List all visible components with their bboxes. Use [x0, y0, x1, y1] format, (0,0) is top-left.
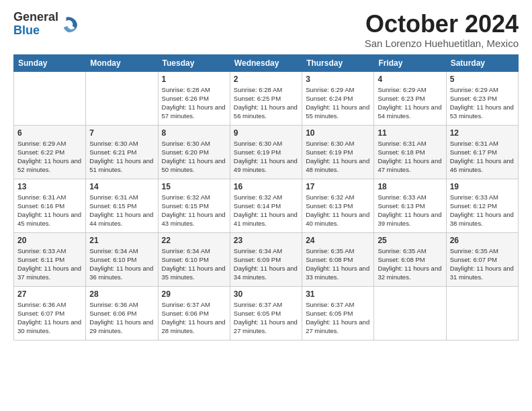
day-number: 16: [234, 182, 298, 191]
day-info: Sunrise: 6:32 AM Sunset: 6:14 PM Dayligh…: [234, 193, 298, 228]
calendar-cell: 23Sunrise: 6:34 AM Sunset: 6:09 PM Dayli…: [230, 232, 302, 286]
calendar-cell: 30Sunrise: 6:37 AM Sunset: 6:05 PM Dayli…: [230, 286, 302, 340]
day-number: 14: [89, 182, 154, 191]
day-info: Sunrise: 6:32 AM Sunset: 6:15 PM Dayligh…: [162, 193, 226, 228]
day-info: Sunrise: 6:29 AM Sunset: 6:22 PM Dayligh…: [17, 139, 82, 175]
day-info: Sunrise: 6:35 AM Sunset: 6:08 PM Dayligh…: [378, 246, 442, 282]
calendar-cell: 9Sunrise: 6:30 AM Sunset: 6:19 PM Daylig…: [230, 125, 302, 179]
day-info: Sunrise: 6:31 AM Sunset: 6:15 PM Dayligh…: [89, 193, 154, 228]
day-info: Sunrise: 6:29 AM Sunset: 6:23 PM Dayligh…: [450, 85, 515, 121]
logo-text: General Blue: [13, 11, 58, 38]
calendar-cell: 14Sunrise: 6:31 AM Sunset: 6:15 PM Dayli…: [86, 179, 158, 232]
page-container: General Blue October 2024 San Lorenzo Hu…: [0, 0, 532, 347]
day-info: Sunrise: 6:34 AM Sunset: 6:09 PM Dayligh…: [234, 246, 298, 282]
header-tuesday: Tuesday: [158, 54, 230, 71]
calendar-week-4: 20Sunrise: 6:33 AM Sunset: 6:11 PM Dayli…: [14, 232, 519, 286]
day-info: Sunrise: 6:34 AM Sunset: 6:10 PM Dayligh…: [89, 246, 154, 282]
day-info: Sunrise: 6:33 AM Sunset: 6:13 PM Dayligh…: [378, 193, 442, 228]
day-info: Sunrise: 6:28 AM Sunset: 6:26 PM Dayligh…: [162, 85, 226, 121]
calendar-week-1: 1Sunrise: 6:28 AM Sunset: 6:26 PM Daylig…: [14, 71, 519, 125]
calendar-week-5: 27Sunrise: 6:36 AM Sunset: 6:07 PM Dayli…: [14, 286, 519, 340]
day-info: Sunrise: 6:35 AM Sunset: 6:07 PM Dayligh…: [450, 246, 515, 282]
calendar-header: Sunday Monday Tuesday Wednesday Thursday…: [14, 54, 519, 71]
title-block: October 2024 San Lorenzo Huehuetitlan, M…: [365, 11, 519, 49]
calendar-cell: [14, 71, 86, 125]
header-saturday: Saturday: [446, 54, 518, 71]
calendar-cell: 20Sunrise: 6:33 AM Sunset: 6:11 PM Dayli…: [14, 232, 86, 286]
day-info: Sunrise: 6:36 AM Sunset: 6:06 PM Dayligh…: [89, 300, 154, 336]
month-title: October 2024: [365, 11, 519, 38]
day-info: Sunrise: 6:37 AM Sunset: 6:05 PM Dayligh…: [234, 300, 298, 336]
day-info: Sunrise: 6:34 AM Sunset: 6:10 PM Dayligh…: [162, 246, 226, 282]
calendar-cell: 10Sunrise: 6:30 AM Sunset: 6:19 PM Dayli…: [302, 125, 374, 179]
calendar-cell: [374, 286, 446, 340]
logo-text-block: General Blue: [13, 11, 80, 38]
day-number: 1: [162, 75, 226, 84]
calendar-cell: 29Sunrise: 6:37 AM Sunset: 6:06 PM Dayli…: [158, 286, 230, 340]
day-number: 15: [162, 182, 226, 191]
day-number: 5: [450, 75, 515, 84]
header-thursday: Thursday: [302, 54, 374, 71]
day-info: Sunrise: 6:37 AM Sunset: 6:06 PM Dayligh…: [162, 300, 226, 336]
day-info: Sunrise: 6:33 AM Sunset: 6:11 PM Dayligh…: [17, 246, 82, 282]
day-number: 31: [306, 289, 370, 299]
day-info: Sunrise: 6:30 AM Sunset: 6:19 PM Dayligh…: [306, 139, 370, 175]
day-number: 17: [306, 182, 370, 191]
calendar-cell: 2Sunrise: 6:28 AM Sunset: 6:25 PM Daylig…: [230, 71, 302, 125]
calendar-cell: [446, 286, 518, 340]
day-number: 6: [17, 128, 82, 138]
day-number: 23: [234, 236, 298, 245]
day-number: 30: [234, 289, 298, 299]
calendar-cell: 6Sunrise: 6:29 AM Sunset: 6:22 PM Daylig…: [14, 125, 86, 179]
calendar-cell: 5Sunrise: 6:29 AM Sunset: 6:23 PM Daylig…: [446, 71, 518, 125]
day-number: 12: [450, 128, 515, 138]
day-number: 22: [162, 236, 226, 245]
day-info: Sunrise: 6:29 AM Sunset: 6:23 PM Dayligh…: [378, 85, 442, 121]
day-number: 4: [378, 75, 442, 84]
calendar-cell: [86, 71, 158, 125]
calendar-cell: 26Sunrise: 6:35 AM Sunset: 6:07 PM Dayli…: [446, 232, 518, 286]
calendar-cell: 16Sunrise: 6:32 AM Sunset: 6:14 PM Dayli…: [230, 179, 302, 232]
calendar-cell: 25Sunrise: 6:35 AM Sunset: 6:08 PM Dayli…: [374, 232, 446, 286]
logo: General Blue: [13, 11, 80, 38]
day-info: Sunrise: 6:31 AM Sunset: 6:18 PM Dayligh…: [378, 139, 442, 175]
location-title: San Lorenzo Huehuetitlan, Mexico: [365, 38, 519, 49]
header-monday: Monday: [86, 54, 158, 71]
day-info: Sunrise: 6:37 AM Sunset: 6:05 PM Dayligh…: [306, 300, 370, 336]
day-number: 7: [89, 128, 154, 138]
day-info: Sunrise: 6:33 AM Sunset: 6:12 PM Dayligh…: [450, 193, 515, 228]
day-number: 10: [306, 128, 370, 138]
calendar-cell: 3Sunrise: 6:29 AM Sunset: 6:24 PM Daylig…: [302, 71, 374, 125]
day-info: Sunrise: 6:31 AM Sunset: 6:17 PM Dayligh…: [450, 139, 515, 175]
day-number: 20: [17, 236, 82, 245]
day-number: 19: [450, 182, 515, 191]
day-number: 21: [89, 236, 154, 245]
day-info: Sunrise: 6:29 AM Sunset: 6:24 PM Dayligh…: [306, 85, 370, 121]
calendar-cell: 31Sunrise: 6:37 AM Sunset: 6:05 PM Dayli…: [302, 286, 374, 340]
header-row: Sunday Monday Tuesday Wednesday Thursday…: [14, 54, 519, 71]
day-info: Sunrise: 6:28 AM Sunset: 6:25 PM Dayligh…: [234, 85, 298, 121]
calendar-cell: 17Sunrise: 6:32 AM Sunset: 6:13 PM Dayli…: [302, 179, 374, 232]
calendar-cell: 27Sunrise: 6:36 AM Sunset: 6:07 PM Dayli…: [14, 286, 86, 340]
day-number: 27: [17, 289, 82, 299]
calendar-cell: 15Sunrise: 6:32 AM Sunset: 6:15 PM Dayli…: [158, 179, 230, 232]
calendar-week-2: 6Sunrise: 6:29 AM Sunset: 6:22 PM Daylig…: [14, 125, 519, 179]
calendar-cell: 4Sunrise: 6:29 AM Sunset: 6:23 PM Daylig…: [374, 71, 446, 125]
day-info: Sunrise: 6:36 AM Sunset: 6:07 PM Dayligh…: [17, 300, 82, 336]
day-info: Sunrise: 6:32 AM Sunset: 6:13 PM Dayligh…: [306, 193, 370, 228]
calendar-cell: 13Sunrise: 6:31 AM Sunset: 6:16 PM Dayli…: [14, 179, 86, 232]
calendar-cell: 7Sunrise: 6:30 AM Sunset: 6:21 PM Daylig…: [86, 125, 158, 179]
day-info: Sunrise: 6:30 AM Sunset: 6:20 PM Dayligh…: [162, 139, 226, 175]
calendar-cell: 28Sunrise: 6:36 AM Sunset: 6:06 PM Dayli…: [86, 286, 158, 340]
day-number: 2: [234, 75, 298, 84]
calendar-week-3: 13Sunrise: 6:31 AM Sunset: 6:16 PM Dayli…: [14, 179, 519, 232]
day-number: 3: [306, 75, 370, 84]
header: General Blue October 2024 San Lorenzo Hu…: [13, 11, 519, 49]
day-info: Sunrise: 6:30 AM Sunset: 6:21 PM Dayligh…: [89, 139, 154, 175]
logo-blue: Blue: [13, 24, 58, 38]
day-number: 13: [17, 182, 82, 191]
day-number: 18: [378, 182, 442, 191]
day-number: 29: [162, 289, 226, 299]
calendar-cell: 19Sunrise: 6:33 AM Sunset: 6:12 PM Dayli…: [446, 179, 518, 232]
header-friday: Friday: [374, 54, 446, 71]
